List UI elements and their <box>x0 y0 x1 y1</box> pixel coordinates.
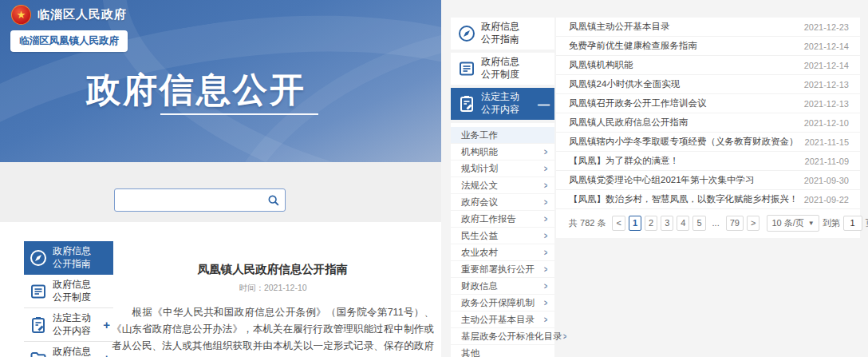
sidebar-item[interactable]: 政府信息公开制度 <box>24 275 113 308</box>
page-number-button[interactable]: 2 <box>645 216 657 231</box>
left-sidebar-menu: 政府信息公开指南政府信息公开制度法定主动公开内容+政府信息公开年报+ <box>24 241 113 357</box>
sidebar-item[interactable]: 政府信息公开指南 <box>24 241 113 275</box>
sidebar-item[interactable]: 法定主动公开内容— <box>451 88 554 120</box>
hero-banner: ★ 临淄区人民政府 临淄区凤凰镇人民政府 政府信息公开 <box>0 0 441 162</box>
goto-page-input[interactable] <box>843 216 862 231</box>
article: 凤凰镇人民政府信息公开指南 时间：2021-12-10 根据《中华人民共和国政府… <box>112 240 434 357</box>
page-number-button[interactable]: 3 <box>661 216 673 231</box>
page-title: 政府信息公开 <box>86 67 306 113</box>
news-row[interactable]: 凤凰镇主动公开基本目录2021-12-23 <box>556 18 860 37</box>
submenu-item[interactable]: 业务工作 <box>451 127 554 144</box>
news-title: 凤凰镇辖内小学冬季取暖专项经费（义务教育财政资金） <box>569 136 797 148</box>
pagination-bar: 共 782 条 <12345...79> 10 条/页 ▼ 到第 页 确定 <box>556 209 860 235</box>
document-lines-icon <box>29 282 48 301</box>
chevron-right-icon: > <box>562 332 566 341</box>
chevron-right-icon: > <box>544 215 547 224</box>
sidebar-item-label: 政府信息公开制度 <box>53 279 91 303</box>
news-date: 2021-09-30 <box>804 176 849 185</box>
submenu-item[interactable]: 政府会议> <box>451 194 554 211</box>
submenu-item-label: 民生公益 <box>461 230 498 242</box>
news-row[interactable]: 凤凰镇24小时供水全面实现2021-12-13 <box>556 75 860 94</box>
page-number-button[interactable]: 5 <box>692 216 705 231</box>
disclosure-home-pane: ★ 临淄区人民政府 临淄区凤凰镇人民政府 政府信息公开 政府信息公开指南政府信息… <box>0 0 441 357</box>
news-date: 2021-12-14 <box>804 42 849 51</box>
search-button[interactable] <box>262 189 285 211</box>
sidebar-item[interactable]: 政府信息公开年报+ <box>24 342 113 357</box>
chevron-right-icon: > <box>544 165 547 173</box>
submenu-item[interactable]: 民生公益> <box>451 228 554 244</box>
news-row[interactable]: 【凤凰】数治乡村，智慧凤凰，以数字化赋能乡村振兴！2021-09-22 <box>556 190 860 209</box>
chevron-down-icon: ▼ <box>808 220 815 227</box>
news-row[interactable]: 凤凰镇人民政府信息公开指南2021-12-10 <box>556 113 860 133</box>
chevron-right-icon: > <box>544 265 547 274</box>
page-number-button[interactable]: 79 <box>726 216 744 231</box>
submenu-item-label: 规划计划 <box>461 163 498 175</box>
sidebar-item-label: 法定主动公开内容 <box>53 312 91 337</box>
sidebar-item[interactable]: 政府信息公开指南 <box>451 18 554 50</box>
news-row[interactable]: 凤凰镇辖内小学冬季取暖专项经费（义务教育财政资金）2021-11-15 <box>556 133 860 152</box>
submenu-item-label: 财政信息 <box>461 280 498 292</box>
news-title: 凤凰镇党委理论中心组2021年第十次集中学习 <box>569 174 796 186</box>
news-row[interactable]: 凤凰镇召开政务公开工作培训会议2021-12-13 <box>556 94 860 113</box>
article-date: 时间：2021-12-10 <box>112 283 434 294</box>
right-sidebar-menu: 政府信息公开指南政府信息公开制度法定主动公开内容— 业务工作机构职能>规划计划>… <box>451 18 554 357</box>
submenu-item[interactable]: 重要部署执行公开> <box>451 261 554 278</box>
submenu-item[interactable]: 基层政务公开标准化目录> <box>451 328 554 345</box>
submenu-item[interactable]: 机构职能> <box>451 144 554 161</box>
search-box <box>114 188 286 212</box>
folder-icon <box>29 349 48 357</box>
news-title: 【凤凰】数治乡村，智慧凤凰，以数字化赋能乡村振兴！ <box>569 193 796 205</box>
submenu-item[interactable]: 法规公文> <box>451 177 554 194</box>
news-list: 凤凰镇主动公开基本目录2021-12-23免费孕前优生健康检查服务指南2021-… <box>556 18 860 209</box>
news-title: 免费孕前优生健康检查服务指南 <box>569 40 796 52</box>
news-row[interactable]: 【凤凰】为了群众的满意！2021-11-09 <box>556 152 860 171</box>
submenu-item[interactable]: 主动公开基本目录> <box>451 311 554 328</box>
sub-site-button[interactable]: 临淄区凤凰镇人民政府 <box>10 30 128 52</box>
news-row[interactable]: 凤凰镇党委理论中心组2021年第十次集中学习2021-09-30 <box>556 171 860 190</box>
news-title: 凤凰镇主动公开基本目录 <box>569 21 796 33</box>
news-row[interactable]: 免费孕前优生健康检查服务指南2021-12-14 <box>556 37 860 56</box>
submenu-item[interactable]: 其他 <box>451 345 554 357</box>
chevron-right-icon: > <box>544 148 547 157</box>
submenu-item[interactable]: 政府工作报告> <box>451 211 554 228</box>
prev-page-button[interactable]: < <box>612 216 625 231</box>
sidebar-item-label: 政府信息公开年报 <box>53 346 91 357</box>
search-input[interactable] <box>115 189 262 211</box>
submenu-item-label: 重要部署执行公开 <box>461 264 535 276</box>
next-page-button[interactable]: > <box>747 216 760 231</box>
submenu-item-label: 机构职能 <box>461 146 498 158</box>
news-row[interactable]: 凤凰镇机构职能2021-12-14 <box>556 56 860 75</box>
collapse-minus-icon[interactable]: — <box>536 97 550 111</box>
search-band <box>0 162 441 222</box>
clipboard-pen-icon <box>457 94 476 113</box>
sidebar-item[interactable]: 法定主动公开内容+ <box>24 308 113 342</box>
goto-label: 到第 <box>823 217 840 229</box>
chevron-right-icon: > <box>544 282 547 291</box>
submenu-item-label: 业务工作 <box>461 129 498 141</box>
news-date: 2021-11-15 <box>805 137 849 147</box>
page-size-value: 10 条/页 <box>771 217 803 229</box>
submenu-item-label: 法规公文 <box>461 180 498 192</box>
submenu-item-label: 政务公开保障机制 <box>461 297 535 309</box>
article-title: 凤凰镇人民政府信息公开指南 <box>112 262 434 277</box>
news-date: 2021-12-10 <box>804 118 849 128</box>
page-number-button[interactable]: 4 <box>677 216 689 231</box>
submenu-item-label: 政府会议 <box>461 196 498 208</box>
compass-icon <box>29 248 48 268</box>
submenu-item[interactable]: 政务公开保障机制> <box>451 295 554 311</box>
page-size-select[interactable]: 10 条/页 ▼ <box>767 215 819 232</box>
submenu-item[interactable]: 规划计划> <box>451 161 554 177</box>
submenu-item-label: 农业农村 <box>461 247 498 259</box>
news-date: 2021-12-13 <box>804 99 849 109</box>
sidebar-item[interactable]: 政府信息公开制度 <box>451 53 554 85</box>
chevron-right-icon: > <box>544 232 547 240</box>
expand-plus-icon[interactable]: + <box>101 318 110 331</box>
site-logo-link[interactable]: ★ 临淄区人民政府 <box>11 5 127 25</box>
news-date: 2021-12-23 <box>804 22 849 32</box>
expand-plus-icon[interactable]: + <box>101 351 110 357</box>
submenu-item[interactable]: 财政信息> <box>451 278 554 295</box>
disclosure-list-pane: 政府信息公开指南政府信息公开制度法定主动公开内容— 业务工作机构职能>规划计划>… <box>441 0 868 357</box>
page-ellipsis: ... <box>709 216 723 231</box>
submenu-item[interactable]: 农业农村> <box>451 244 554 261</box>
page-number-button[interactable]: 1 <box>629 216 641 231</box>
